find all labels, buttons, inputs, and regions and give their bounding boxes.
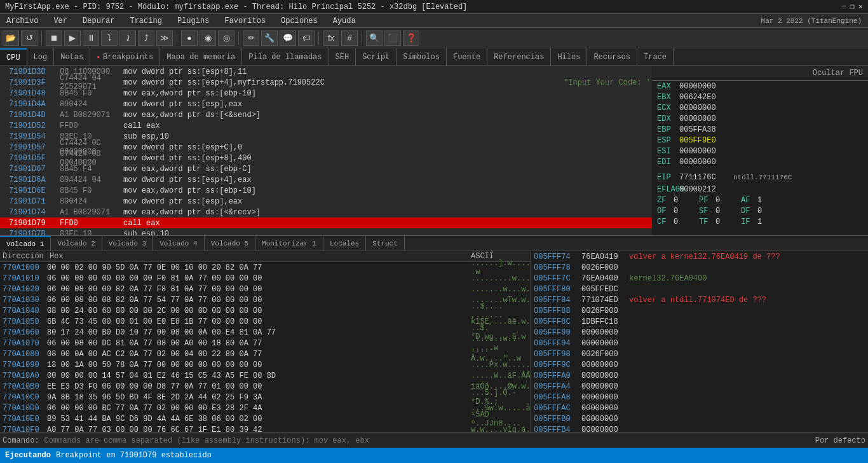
disasm-row-9[interactable]: 71901D678B45 F4mov eax,dword ptr ss:[ebp…: [0, 163, 652, 174]
stack-row-1[interactable]: 005FFF780026F000: [531, 262, 868, 273]
reg-row-ecx[interactable]: ECX00000000: [652, 102, 868, 113]
reg-row-edx[interactable]: EDX00000000: [652, 113, 868, 124]
stack-row-7[interactable]: 005FFF9000000000: [531, 327, 868, 338]
dump-row-15[interactable]: 770A10F0A0 77 0A 77 03 00 00 00 76 6C 67…: [0, 424, 531, 432]
lower-tab-volcado3[interactable]: Volcado 3: [102, 236, 153, 251]
tab-log[interactable]: Log: [27, 48, 55, 66]
dump-row-8[interactable]: 770A108008 00 0A 00 AC C2 0A 77 02 00 04…: [0, 349, 531, 359]
tab-hilos[interactable]: Hilos: [551, 48, 587, 66]
toolbar-hash[interactable]: #: [341, 31, 358, 46]
tab-cpu[interactable]: CPU: [0, 48, 27, 66]
menu-item-plugins[interactable]: Plugins: [173, 15, 213, 27]
menu-item-opciones[interactable]: Opciones: [277, 15, 322, 27]
disasm-row-10[interactable]: 71901D6A894424 04mov dword ptr ss:[esp+4…: [0, 174, 652, 185]
tab-notas[interactable]: Notas: [54, 48, 90, 66]
toolbar-pause[interactable]: ⏸: [83, 31, 99, 46]
toolbar-run[interactable]: ▶: [64, 31, 81, 46]
reg-row-ebp[interactable]: EBP005FFA38: [652, 124, 868, 135]
tab-seh[interactable]: SEH: [329, 48, 356, 66]
toolbar-step-into[interactable]: ⤵: [101, 31, 118, 46]
dump-row-14[interactable]: 770A10E0B9 53 41 44 BA 9C D6 9D 4A 4A 6E…: [0, 413, 531, 424]
dump-row-1[interactable]: 770A101006 00 08 00 00 00 00 00 F0 81 0A…: [0, 273, 531, 284]
toolbar-goto[interactable]: ⬛: [384, 31, 401, 46]
disasm-row-11[interactable]: 71901D6E8B45 F0mov eax,dword ptr ss:[ebp…: [0, 185, 652, 196]
stack-row-5[interactable]: 005FFF880026F000: [531, 305, 868, 316]
disasm-row-15[interactable]: 71901D7B83EC 10sub esp,10: [0, 228, 652, 235]
toolbar-restart[interactable]: ↺: [21, 31, 37, 46]
lower-tab-volcado4[interactable]: Volcado 4: [153, 236, 204, 251]
toolbar-step-over[interactable]: ⤸: [119, 31, 136, 46]
tab-mapa[interactable]: Mapa de memoria: [160, 48, 242, 66]
toolbar-comment[interactable]: 💬: [280, 31, 296, 46]
toolbar-animate[interactable]: ≫: [156, 31, 173, 46]
tab-recursos[interactable]: Recursos: [587, 48, 637, 66]
disasm-row-14[interactable]: ●71901D79FFD0call eax: [0, 218, 652, 228]
tab-referencias[interactable]: Referencias: [487, 48, 551, 66]
toolbar-patch[interactable]: 🔧: [261, 31, 278, 46]
reg-row-edi[interactable]: EDI00000000: [652, 156, 868, 167]
toolbar-mem-bp[interactable]: ◎: [218, 31, 234, 46]
stack-row-9[interactable]: 005FFF980026F000: [531, 349, 868, 359]
stack-row-11[interactable]: 005FFFA000000000: [531, 370, 868, 381]
lower-tab-volcado2[interactable]: Volcado 2: [51, 236, 102, 251]
dump-row-3[interactable]: 770A103006 00 08 00 08 82 0A 77 54 77 0A…: [0, 294, 531, 305]
hide-fpu-button[interactable]: Ocultar FPU: [652, 66, 868, 81]
disasm-row-4[interactable]: 71901D4DA1 B0829071mov eax,dword ptr ds:…: [0, 109, 652, 120]
reg-row-esp[interactable]: ESP005FF9E0: [652, 135, 868, 146]
stack-row-14[interactable]: 005FFFAC00000000: [531, 403, 868, 413]
stack-row-16[interactable]: 005FFFB400000000: [531, 424, 868, 432]
lower-tab-volcado1[interactable]: Volcado 1: [0, 236, 51, 251]
toolbar-open[interactable]: 📂: [3, 31, 19, 46]
toolbar-bp[interactable]: ●: [181, 31, 198, 46]
disassembly-scroll[interactable]: 71901D3D08 11000000mov dword ptr ss:[esp…: [0, 66, 652, 235]
toolbar-close[interactable]: ⏹: [46, 31, 62, 46]
tab-fuente[interactable]: Fuente: [447, 48, 487, 66]
dump-row-9[interactable]: 770A109018 00 1A 00 50 78 0A 77 00 00 00…: [0, 359, 531, 370]
minimize-button[interactable]: —: [841, 2, 846, 11]
dump-row-4[interactable]: 770A104008 00 24 00 60 80 00 00 2C 00 00…: [0, 305, 531, 316]
close-button[interactable]: ✕: [858, 2, 863, 11]
disasm-row-8[interactable]: 71901D5FC74424 08 00040000mov dword ptr …: [0, 153, 652, 163]
toolbar-help[interactable]: ❓: [403, 31, 419, 46]
tab-simbolos[interactable]: Símbolos: [397, 48, 447, 66]
dump-row-5[interactable]: 770A10506B 4C 73 45 00 00 01 00 E0 E8 1B…: [0, 316, 531, 327]
menu-item-archivo[interactable]: Archivo: [3, 15, 42, 27]
lower-tab-locales[interactable]: Locales: [323, 236, 366, 251]
dump-row-10[interactable]: 770A10A000 00 00 00 14 57 04 01 E2 46 15…: [0, 370, 531, 381]
dump-row-0[interactable]: 770A100000 00 02 00 90 5D 0A 77 0E 00 10…: [0, 262, 531, 273]
stack-row-4[interactable]: 005FFF84771074EDvolver a ntdll.771074ED …: [531, 294, 868, 305]
disasm-row-2[interactable]: 71901D488B45 F0mov eax,dword ptr ss:[ebp…: [0, 88, 652, 99]
menu-item-depurar[interactable]: Depurar: [79, 15, 118, 27]
toolbar-search[interactable]: 🔍: [366, 31, 383, 46]
toolbar-hw-bp[interactable]: ◉: [200, 31, 216, 46]
disasm-row-3[interactable]: 71901D4A890424mov dword ptr ss:[esp],eax: [0, 99, 652, 109]
dump-row-12[interactable]: 770A10C09A 8B 18 35 96 5D BD 4F 8E 2D 2A…: [0, 392, 531, 403]
stack-row-6[interactable]: 005FFF8C1DBFFC18: [531, 316, 868, 327]
menu-item-ver[interactable]: Ver: [50, 15, 71, 27]
dump-row-13[interactable]: 770A10D006 00 00 00 BC 77 0A 77 02 00 00…: [0, 403, 531, 413]
disasm-row-1[interactable]: 71901D3FC74424 04 2C529071mov dword ptr …: [0, 77, 652, 88]
toolbar-expr[interactable]: fx: [323, 31, 339, 46]
lower-tab-monitor1[interactable]: Monitorizar 1: [255, 236, 323, 251]
stack-row-12[interactable]: 005FFFA400000000: [531, 381, 868, 392]
reg-row-ebx[interactable]: EBX006242E0: [652, 92, 868, 102]
reg-row-esi[interactable]: ESI00000000: [652, 146, 868, 156]
dump-row-6[interactable]: 770A106080 17 24 00 B0 D0 10 77 00 08 00…: [0, 327, 531, 338]
lower-tab-volcado5[interactable]: Volcado 5: [205, 236, 255, 251]
toolbar-label[interactable]: 🏷: [298, 31, 315, 46]
menu-item-favoritos[interactable]: Favoritos: [220, 15, 269, 27]
tab-pila[interactable]: Pila de llamadas: [242, 48, 329, 66]
disasm-row-5[interactable]: 71901D52FFD0call eax: [0, 120, 652, 131]
stack-row-10[interactable]: 005FFF9C00000000: [531, 359, 868, 370]
reg-row-eax[interactable]: EAX00000000: [652, 81, 868, 92]
dump-row-7[interactable]: 770A107006 00 08 00 DC 81 0A 77 08 00 A0…: [0, 338, 531, 349]
menu-item-tracing[interactable]: Tracing: [126, 15, 165, 27]
stack-row-15[interactable]: 005FFFB000000000: [531, 413, 868, 424]
tab-script[interactable]: Script: [356, 48, 397, 66]
stack-row-2[interactable]: 005FFF7C76EA0400kernel32.76EA0400: [531, 273, 868, 284]
stack-row-3[interactable]: 005FFF80005FFEDC: [531, 284, 868, 294]
menu-item-ayuda[interactable]: Ayuda: [329, 15, 360, 27]
stack-row-8[interactable]: 005FFF9400000000: [531, 338, 868, 349]
stack-row-13[interactable]: 005FFFA800000000: [531, 392, 868, 403]
command-input[interactable]: [44, 436, 810, 445]
